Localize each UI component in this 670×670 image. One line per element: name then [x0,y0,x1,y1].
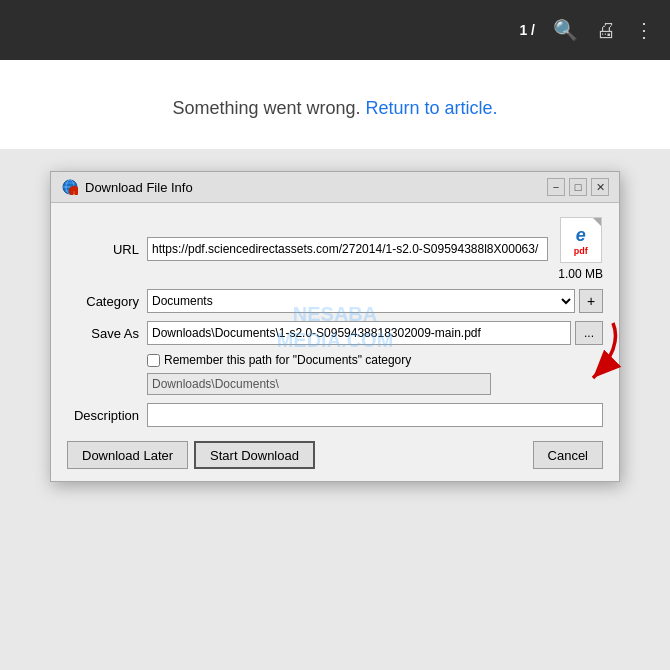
description-label: Description [67,408,147,423]
remember-row: Remember this path for "Documents" categ… [147,353,603,367]
saveas-input[interactable] [147,321,571,345]
maximize-button[interactable]: □ [569,178,587,196]
dialog-backdrop: ↓ Download File Info − □ ✕ URL [0,149,670,504]
add-category-button[interactable]: + [579,289,603,313]
path-hint-row [147,373,603,395]
dialog-buttons: Download Later Start Download Cancel [67,439,603,469]
url-control-area [147,237,548,261]
svg-text:↓: ↓ [72,189,76,196]
remember-checkbox[interactable] [147,354,160,367]
start-download-button[interactable]: Start Download [194,441,315,469]
category-select[interactable]: Documents Music Video Programs Other [147,289,575,313]
minimize-button[interactable]: − [547,178,565,196]
pdf-icon-ext: pdf [574,246,588,256]
lower-gray-area [0,504,670,670]
top-toolbar: 1 / 🔍 🖨 ⋮ [0,0,670,60]
file-icon-area: e pdf 1.00 MB [558,217,603,281]
error-static-text: Something went wrong. [172,98,360,118]
url-row: URL e pdf 1.00 MB [67,217,603,281]
search-icon[interactable]: 🔍 [553,18,578,42]
file-size: 1.00 MB [558,267,603,281]
url-label: URL [67,242,147,257]
description-input[interactable] [147,403,603,427]
more-icon[interactable]: ⋮ [634,18,654,42]
pdf-icon-letter: e [576,225,586,246]
dialog-body: URL e pdf 1.00 MB Category [51,203,619,481]
description-control-area [147,403,603,427]
category-row: Category Documents Music Video Programs … [67,289,603,313]
remember-label: Remember this path for "Documents" categ… [164,353,411,367]
close-button[interactable]: ✕ [591,178,609,196]
cancel-button[interactable]: Cancel [533,441,603,469]
saveas-control-area: ... [147,321,603,345]
error-message: Something went wrong. Return to article. [0,88,670,149]
category-control-area: Documents Music Video Programs Other + [147,289,603,313]
browse-button[interactable]: ... [575,321,603,345]
return-to-article-link[interactable]: Return to article. [366,98,498,118]
download-dialog: ↓ Download File Info − □ ✕ URL [50,171,620,482]
url-input[interactable] [147,237,548,261]
description-row: Description [67,403,603,427]
download-later-button[interactable]: Download Later [67,441,188,469]
saveas-row: Save As ... [67,321,603,345]
content-area: Something went wrong. Return to article. [0,60,670,149]
saveas-label: Save As [67,326,147,341]
category-label: Category [67,294,147,309]
page-indicator: 1 / [519,22,535,38]
pdf-icon: e pdf [560,217,602,263]
dialog-titlebar: ↓ Download File Info − □ ✕ [51,172,619,203]
dialog-titlebar-controls: − □ ✕ [547,178,609,196]
pdf-icon-corner [593,218,601,226]
dialog-title-icon: ↓ [61,178,79,196]
path-hint-input[interactable] [147,373,491,395]
print-icon[interactable]: 🖨 [596,19,616,42]
dialog-title-text: Download File Info [85,180,541,195]
